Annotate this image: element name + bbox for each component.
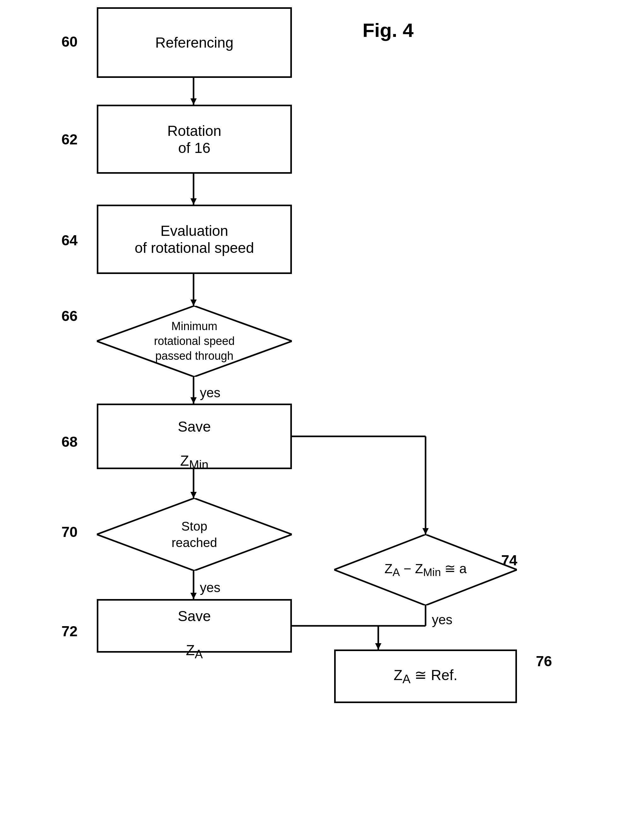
- svg-marker-3: [190, 198, 197, 204]
- step-label-76: 76: [536, 653, 552, 670]
- yes-label-3: yes: [432, 612, 452, 627]
- step-label-60: 60: [61, 33, 78, 50]
- step-label-66: 66: [61, 307, 78, 325]
- yes-label-1: yes: [200, 385, 220, 400]
- svg-marker-17: [375, 643, 381, 649]
- diamond-text-74: ZA − ZMin ≅ a: [385, 560, 467, 579]
- svg-marker-1: [190, 98, 197, 105]
- diamond-stop-reached: Stopreached: [97, 498, 292, 571]
- box-save-za: Save ZA: [97, 599, 292, 653]
- step-label-70: 70: [61, 523, 78, 540]
- diamond-text-70: Stopreached: [172, 518, 217, 551]
- diamond-za-zmin: ZA − ZMin ≅ a: [334, 534, 517, 605]
- step-label-62: 62: [61, 131, 78, 148]
- box-za-ref: ZA ≅ Ref.: [334, 649, 517, 703]
- svg-marker-9: [190, 492, 197, 498]
- svg-marker-5: [190, 300, 197, 306]
- diamond-text-66: Minimumrotational speedpassed through: [129, 316, 260, 367]
- diagram-container: Fig. 4 60 Referenc: [0, 0, 644, 827]
- step-label-64: 64: [61, 232, 78, 249]
- box-referencing: Referencing: [97, 7, 292, 78]
- box-save-zmin: Save ZMin: [97, 404, 292, 469]
- fig-label: Fig. 4: [362, 19, 413, 41]
- box-rotation: Rotation of 16: [97, 105, 292, 174]
- box-evaluation: Evaluation of rotational speed: [97, 204, 292, 274]
- diamond-minimum-speed: Minimumrotational speedpassed through: [97, 306, 292, 377]
- svg-marker-14: [423, 528, 429, 534]
- step-label-72: 72: [61, 623, 78, 640]
- step-label-68: 68: [61, 433, 78, 450]
